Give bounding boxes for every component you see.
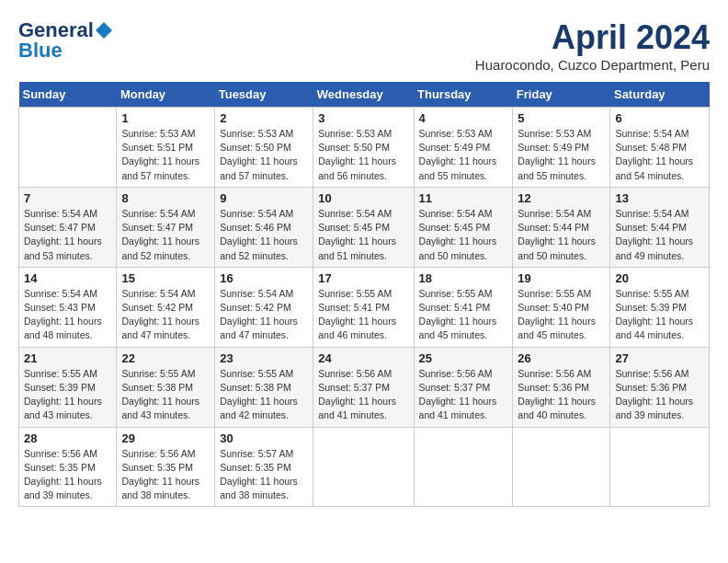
calendar-cell: 12Sunrise: 5:54 AM Sunset: 5:44 PM Dayli… — [513, 187, 610, 267]
calendar-cell: 29Sunrise: 5:56 AM Sunset: 5:35 PM Dayli… — [117, 427, 215, 507]
day-info: Sunrise: 5:56 AM Sunset: 5:36 PM Dayligh… — [615, 367, 704, 423]
day-number: 7 — [24, 191, 111, 205]
day-number: 21 — [24, 351, 111, 365]
calendar-cell: 26Sunrise: 5:56 AM Sunset: 5:36 PM Dayli… — [513, 347, 610, 427]
page-header: General Blue April 2024 Huarocondo, Cuzc… — [18, 18, 710, 73]
day-number: 19 — [518, 271, 605, 285]
day-info: Sunrise: 5:54 AM Sunset: 5:43 PM Dayligh… — [24, 287, 111, 343]
day-number: 27 — [615, 351, 704, 365]
calendar-cell: 25Sunrise: 5:56 AM Sunset: 5:37 PM Dayli… — [414, 347, 513, 427]
logo-icon — [96, 22, 112, 39]
calendar-cell — [513, 427, 610, 507]
calendar-cell: 20Sunrise: 5:55 AM Sunset: 5:39 PM Dayli… — [610, 267, 710, 347]
col-header-wednesday: Wednesday — [313, 82, 414, 108]
day-info: Sunrise: 5:56 AM Sunset: 5:37 PM Dayligh… — [419, 367, 508, 423]
calendar-cell: 23Sunrise: 5:55 AM Sunset: 5:38 PM Dayli… — [215, 347, 313, 427]
day-number: 23 — [220, 351, 308, 365]
day-number: 4 — [419, 111, 508, 125]
calendar-cell: 28Sunrise: 5:56 AM Sunset: 5:35 PM Dayli… — [19, 427, 117, 507]
day-number: 18 — [419, 271, 508, 285]
day-info: Sunrise: 5:54 AM Sunset: 5:42 PM Dayligh… — [121, 287, 210, 343]
day-info: Sunrise: 5:55 AM Sunset: 5:38 PM Dayligh… — [220, 367, 308, 423]
day-number: 2 — [220, 111, 308, 125]
calendar-week-row: 21Sunrise: 5:55 AM Sunset: 5:39 PM Dayli… — [19, 347, 710, 427]
day-info: Sunrise: 5:55 AM Sunset: 5:38 PM Dayligh… — [121, 367, 210, 423]
col-header-friday: Friday — [513, 82, 610, 108]
calendar-cell: 16Sunrise: 5:54 AM Sunset: 5:42 PM Dayli… — [215, 267, 313, 347]
calendar-cell: 5Sunrise: 5:53 AM Sunset: 5:49 PM Daylig… — [513, 108, 610, 188]
day-info: Sunrise: 5:56 AM Sunset: 5:37 PM Dayligh… — [318, 367, 408, 423]
calendar-week-row: 7Sunrise: 5:54 AM Sunset: 5:47 PM Daylig… — [19, 187, 710, 267]
day-info: Sunrise: 5:55 AM Sunset: 5:41 PM Dayligh… — [419, 287, 508, 343]
day-info: Sunrise: 5:55 AM Sunset: 5:39 PM Dayligh… — [615, 287, 704, 343]
calendar-cell: 11Sunrise: 5:54 AM Sunset: 5:45 PM Dayli… — [414, 187, 513, 267]
day-number: 14 — [24, 271, 111, 285]
calendar-cell: 13Sunrise: 5:54 AM Sunset: 5:44 PM Dayli… — [610, 187, 710, 267]
day-info: Sunrise: 5:54 AM Sunset: 5:46 PM Dayligh… — [220, 207, 308, 263]
day-info: Sunrise: 5:54 AM Sunset: 5:45 PM Dayligh… — [419, 207, 508, 263]
calendar-cell: 18Sunrise: 5:55 AM Sunset: 5:41 PM Dayli… — [414, 267, 513, 347]
day-info: Sunrise: 5:54 AM Sunset: 5:47 PM Dayligh… — [24, 207, 111, 263]
calendar-cell — [414, 427, 513, 507]
day-info: Sunrise: 5:55 AM Sunset: 5:40 PM Dayligh… — [518, 287, 605, 343]
logo: General Blue — [18, 18, 112, 63]
day-info: Sunrise: 5:56 AM Sunset: 5:35 PM Dayligh… — [121, 447, 210, 503]
day-number: 15 — [121, 271, 210, 285]
day-info: Sunrise: 5:53 AM Sunset: 5:49 PM Dayligh… — [518, 127, 605, 183]
day-number: 24 — [318, 351, 408, 365]
day-info: Sunrise: 5:53 AM Sunset: 5:50 PM Dayligh… — [220, 127, 308, 183]
col-header-saturday: Saturday — [610, 82, 710, 108]
svg-marker-0 — [96, 22, 112, 39]
logo-blue: Blue — [18, 39, 63, 63]
calendar-cell — [19, 108, 117, 188]
calendar-cell: 3Sunrise: 5:53 AM Sunset: 5:50 PM Daylig… — [313, 108, 414, 188]
calendar-cell: 30Sunrise: 5:57 AM Sunset: 5:35 PM Dayli… — [215, 427, 313, 507]
calendar-cell: 15Sunrise: 5:54 AM Sunset: 5:42 PM Dayli… — [117, 267, 215, 347]
calendar-header-row: SundayMondayTuesdayWednesdayThursdayFrid… — [19, 82, 710, 108]
calendar-cell: 7Sunrise: 5:54 AM Sunset: 5:47 PM Daylig… — [19, 187, 117, 267]
calendar-cell: 10Sunrise: 5:54 AM Sunset: 5:45 PM Dayli… — [313, 187, 414, 267]
day-number: 13 — [615, 191, 704, 205]
calendar-cell: 9Sunrise: 5:54 AM Sunset: 5:46 PM Daylig… — [215, 187, 313, 267]
day-info: Sunrise: 5:53 AM Sunset: 5:50 PM Dayligh… — [318, 127, 408, 183]
day-info: Sunrise: 5:54 AM Sunset: 5:44 PM Dayligh… — [518, 207, 605, 263]
calendar-cell: 14Sunrise: 5:54 AM Sunset: 5:43 PM Dayli… — [19, 267, 117, 347]
col-header-tuesday: Tuesday — [215, 82, 313, 108]
calendar-cell: 8Sunrise: 5:54 AM Sunset: 5:47 PM Daylig… — [117, 187, 215, 267]
calendar-cell: 17Sunrise: 5:55 AM Sunset: 5:41 PM Dayli… — [313, 267, 414, 347]
day-number: 5 — [518, 111, 605, 125]
day-info: Sunrise: 5:53 AM Sunset: 5:49 PM Dayligh… — [419, 127, 508, 183]
day-info: Sunrise: 5:56 AM Sunset: 5:35 PM Dayligh… — [24, 447, 111, 503]
calendar-week-row: 1Sunrise: 5:53 AM Sunset: 5:51 PM Daylig… — [19, 108, 710, 188]
calendar-cell — [313, 427, 414, 507]
day-number: 29 — [121, 431, 210, 445]
calendar-cell: 22Sunrise: 5:55 AM Sunset: 5:38 PM Dayli… — [117, 347, 215, 427]
day-info: Sunrise: 5:54 AM Sunset: 5:44 PM Dayligh… — [615, 207, 704, 263]
day-info: Sunrise: 5:54 AM Sunset: 5:47 PM Dayligh… — [121, 207, 210, 263]
day-number: 26 — [518, 351, 605, 365]
calendar-cell: 24Sunrise: 5:56 AM Sunset: 5:37 PM Dayli… — [313, 347, 414, 427]
calendar-week-row: 28Sunrise: 5:56 AM Sunset: 5:35 PM Dayli… — [19, 427, 710, 507]
day-number: 16 — [220, 271, 308, 285]
col-header-monday: Monday — [117, 82, 215, 108]
day-info: Sunrise: 5:54 AM Sunset: 5:45 PM Dayligh… — [318, 207, 408, 263]
col-header-thursday: Thursday — [414, 82, 513, 108]
day-number: 6 — [615, 111, 704, 125]
day-info: Sunrise: 5:54 AM Sunset: 5:48 PM Dayligh… — [615, 127, 704, 183]
day-number: 28 — [24, 431, 111, 445]
day-number: 1 — [121, 111, 210, 125]
day-number: 22 — [121, 351, 210, 365]
calendar-cell: 27Sunrise: 5:56 AM Sunset: 5:36 PM Dayli… — [610, 347, 710, 427]
day-number: 30 — [220, 431, 308, 445]
day-number: 3 — [318, 111, 408, 125]
location: Huarocondo, Cuzco Department, Peru — [475, 57, 710, 73]
calendar-cell: 4Sunrise: 5:53 AM Sunset: 5:49 PM Daylig… — [414, 108, 513, 188]
day-number: 12 — [518, 191, 605, 205]
calendar-cell — [610, 427, 710, 507]
day-number: 17 — [318, 271, 408, 285]
col-header-sunday: Sunday — [19, 82, 117, 108]
calendar-cell: 21Sunrise: 5:55 AM Sunset: 5:39 PM Dayli… — [19, 347, 117, 427]
calendar-cell: 2Sunrise: 5:53 AM Sunset: 5:50 PM Daylig… — [215, 108, 313, 188]
month-title: April 2024 — [475, 18, 710, 57]
calendar-cell: 6Sunrise: 5:54 AM Sunset: 5:48 PM Daylig… — [610, 108, 710, 188]
